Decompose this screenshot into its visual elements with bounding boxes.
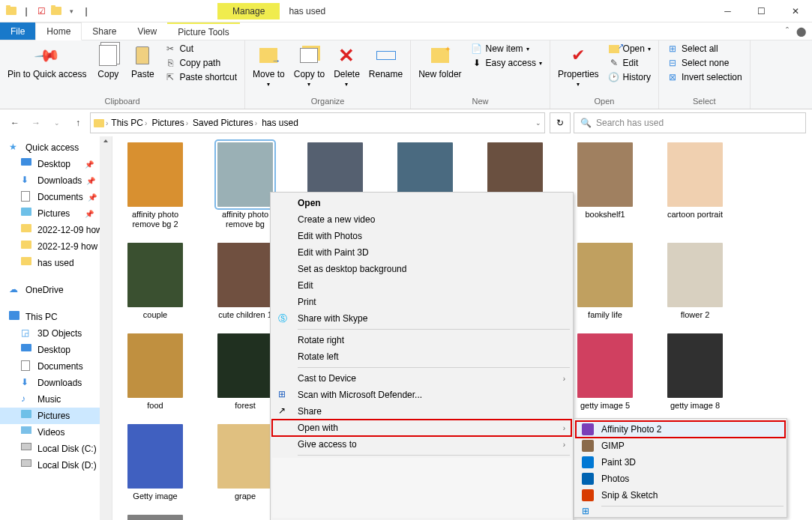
nav-pictures[interactable]: Pictures [0,408,112,424]
copy-path-button[interactable]: ⎘Copy path [161,56,240,70]
openwith-gimp[interactable]: GIMP [576,438,785,454]
properties-button[interactable]: ✔Properties▾ [555,42,602,89]
ctx-rotate-left[interactable]: Rotate left [272,348,571,365]
breadcrumb-seg[interactable]: This PC› [109,118,148,128]
nav-videos[interactable]: Videos [0,424,112,441]
new-folder-button[interactable]: New folder [415,42,464,81]
nav-folder[interactable]: 2022-12-09 how [0,222,112,238]
ctx-edit-paint3d[interactable]: Edit with Paint 3D [272,244,571,261]
nav-disk-c[interactable]: Local Disk (C:) [0,441,112,457]
invert-selection-button[interactable]: ⊠Invert selection [664,70,745,84]
ctx-share[interactable]: ↗Share [272,403,571,420]
file-thumbnail[interactable]: bookshelf1 [571,142,639,229]
nav-documents[interactable]: Documents [0,358,112,375]
nav-quick-access[interactable]: ★Quick access [0,139,112,156]
openwith-affinity[interactable]: Affinity Photo 2 [576,421,785,438]
file-thumbnail[interactable]: getty image 5 [571,333,639,411]
ctx-cast[interactable]: Cast to Device› [272,370,571,387]
nav-onedrive[interactable]: ☁OneDrive [0,282,112,298]
file-thumbnail[interactable]: affinity photo remove bg 2 [121,142,189,229]
breadcrumb-seg[interactable]: has used [260,118,300,128]
recent-dropdown[interactable]: ⌄ [48,114,66,132]
nav-documents[interactable]: Documents📌 [0,189,112,205]
qat-dropdown-icon[interactable]: ▾ [64,4,78,18]
up-button[interactable]: ↑ [69,114,87,132]
file-thumbnail[interactable]: food [121,333,189,411]
nav-folder[interactable]: has used [0,255,112,271]
copy-to-button[interactable]: Copy to▾ [291,42,328,89]
copy-button[interactable]: Copy [92,42,124,81]
ctx-open[interactable]: Open [272,195,571,211]
forward-button[interactable]: → [27,114,45,132]
move-to-button[interactable]: Move to▾ [250,42,288,89]
paste-shortcut-button[interactable]: ⇱Paste shortcut [161,70,240,84]
breadcrumb-seg[interactable]: Pictures› [150,118,190,128]
file-thumbnail[interactable]: getty image 8 [661,333,729,411]
address-bar[interactable]: › This PC› Pictures› Saved Pictures› has… [90,112,545,133]
file-thumbnail[interactable]: cute children 1 [211,243,279,320]
ctx-rotate-right[interactable]: Rotate right [272,332,571,348]
ctx-edit-photos[interactable]: Edit with Photos [272,228,571,244]
history-button[interactable]: 🕑History [605,70,654,84]
ctx-print[interactable]: Print [272,294,571,310]
nav-this-pc[interactable]: This PC [0,309,112,325]
folder-icon[interactable] [49,4,63,18]
properties-icon[interactable]: ☑ [34,4,48,18]
file-thumbnail[interactable]: grape [211,424,279,501]
minimize-button[interactable]: ─ [711,0,745,22]
nav-scrollbar[interactable] [100,136,112,520]
file-thumbnail[interactable]: forest [211,333,279,411]
close-button[interactable]: ✕ [778,0,812,22]
openwith-more[interactable]: ⊞ [576,509,785,515]
rename-button[interactable]: Rename [366,42,406,81]
file-thumbnail[interactable]: couple [121,243,189,320]
nav-downloads[interactable]: ⬇Downloads [0,375,112,391]
openwith-photos[interactable]: Photos [576,471,785,487]
file-thumbnail[interactable]: flower 2 [661,243,729,320]
nav-3d-objects[interactable]: ◲3D Objects [0,325,112,342]
nav-folder[interactable]: 2022-12-9 how t [0,238,112,255]
file-thumbnail[interactable]: family life [571,243,639,320]
delete-button[interactable]: ✕Delete▾ [331,42,363,89]
back-button[interactable]: ← [6,114,24,132]
pin-quick-access-button[interactable]: 📌Pin to Quick access [4,42,89,81]
ctx-defender[interactable]: ⊞Scan with Microsoft Defender... [272,387,571,403]
manage-contextual-tab[interactable]: Manage [217,3,280,19]
ribbon-collapse-icon[interactable]: ˆ ⬤ [786,22,812,40]
refresh-button[interactable]: ↻ [550,112,571,133]
openwith-paint3d[interactable]: Paint 3D [576,454,785,471]
tab-picture-tools[interactable]: Picture Tools [167,22,239,40]
address-dropdown-icon[interactable]: ⌄ [535,119,541,127]
select-none-button[interactable]: ⊟Select none [664,56,745,70]
edit-button[interactable]: ✎Edit [605,56,654,70]
nav-downloads[interactable]: ⬇Downloads📌 [0,172,112,189]
openwith-snip[interactable]: Snip & Sketch [576,487,785,504]
tab-share[interactable]: Share [82,22,127,40]
nav-disk-d[interactable]: Local Disk (D:) [0,457,112,474]
breadcrumb-seg[interactable]: Saved Pictures› [191,118,259,128]
easy-access-button[interactable]: ⬇Easy access ▾ [468,56,545,70]
nav-music[interactable]: ♪Music [0,391,112,408]
new-item-button[interactable]: 📄New item ▾ [468,42,545,55]
maximize-button[interactable]: ☐ [745,0,778,22]
ctx-open-with[interactable]: Open with› [272,420,571,436]
tab-view[interactable]: View [127,22,167,40]
file-thumbnail[interactable]: affinity photo remove bg [211,142,279,229]
ctx-share-skype[interactable]: ⓈShare with Skype [272,310,571,327]
file-thumbnail[interactable] [121,515,189,520]
ctx-create-video[interactable]: Create a new video [272,211,571,228]
tab-home[interactable]: Home [35,22,82,40]
nav-desktop[interactable]: Desktop📌 [0,156,112,172]
ctx-set-background[interactable]: Set as desktop background [272,261,571,277]
nav-desktop[interactable]: Desktop [0,342,112,358]
paste-button[interactable]: Paste [127,42,158,81]
tab-file[interactable]: File [0,22,35,40]
file-thumbnail[interactable]: Getty image [121,424,189,501]
file-thumbnail[interactable]: cartoon portrait [661,142,729,229]
search-box[interactable]: 🔍 Search has used [574,112,806,133]
ctx-give-access[interactable]: Give access to› [272,436,571,453]
cut-button[interactable]: ✂Cut [161,42,240,55]
ctx-edit[interactable]: Edit [272,277,571,294]
open-button[interactable]: Open ▾ [605,42,654,55]
select-all-button[interactable]: ⊞Select all [664,42,745,55]
